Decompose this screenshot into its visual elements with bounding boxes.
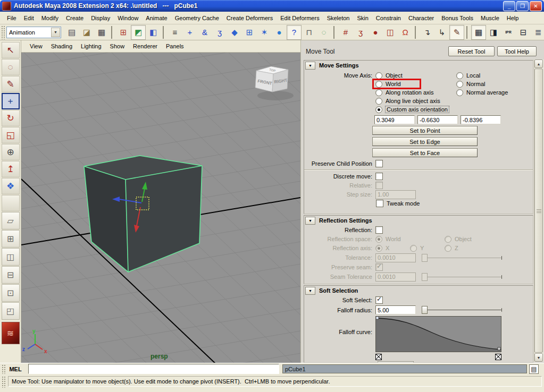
hypergraph-persp-layout[interactable]: ⊡ (2, 284, 20, 302)
soft-modification-tool[interactable]: ↥ (2, 161, 20, 177)
outliner-persp-layout[interactable]: ◫ (2, 248, 20, 266)
tweak-mode-checkbox[interactable] (376, 200, 383, 207)
menu-file[interactable]: File (3, 13, 20, 23)
discrete-move-checkbox[interactable] (375, 173, 383, 180)
four-pane-layout[interactable]: ⊞ (2, 230, 20, 248)
viewport-menu-lighting[interactable]: Lighting (77, 42, 106, 50)
maya-logo[interactable]: ≋ (2, 322, 20, 344)
scrollbar-thumb[interactable] (534, 69, 543, 353)
menu-bonus-tools[interactable]: Bonus Tools (438, 13, 477, 23)
menu-animate[interactable]: Animate (142, 13, 171, 23)
collapse-reflection-settings-button[interactable]: ▼ (305, 217, 315, 225)
set-to-edge-button[interactable]: Set to Edge (372, 137, 478, 146)
mel-command-input[interactable] (28, 364, 279, 374)
minimize-button[interactable]: _ (503, 1, 515, 11)
move-tool[interactable]: + (2, 93, 20, 109)
new-scene-icon[interactable]: ▤ (64, 25, 79, 40)
mask-rendering-icon[interactable]: ● (272, 25, 287, 40)
falloff-curve-graph[interactable] (375, 316, 501, 352)
viewport-menu-show[interactable]: Show (106, 42, 129, 50)
highlight-selection-icon[interactable]: ◌ (316, 25, 331, 40)
mask-points-icon[interactable]: + (182, 25, 197, 40)
menu-edit-deformers[interactable]: Edit Deformers (277, 13, 323, 23)
close-button[interactable]: ✕ (530, 1, 542, 11)
select-object-icon[interactable]: ◩ (131, 25, 146, 40)
output-connections-icon[interactable]: ↳ (434, 25, 449, 40)
persp-hypershade-layout[interactable]: ◰ (2, 302, 20, 320)
viewport-menu-panels[interactable]: Panels (162, 42, 188, 50)
falloff-radius-slider[interactable] (422, 306, 502, 314)
persp-graph-layout[interactable]: ⊟ (2, 266, 20, 284)
help-line-grip[interactable] (2, 376, 6, 388)
paint-select-tool[interactable]: ✎ (2, 76, 20, 92)
move-axis-along-rotation-axis-radio[interactable]: Along rotation axis (375, 88, 456, 97)
open-scene-icon[interactable]: ◪ (79, 25, 94, 40)
select-hierarchy-icon[interactable]: ⊞ (116, 25, 131, 40)
move-axis-local-radio[interactable]: Local (456, 71, 508, 80)
command-line-grip[interactable] (2, 364, 5, 374)
mask-miscellaneous-icon[interactable]: ? (287, 25, 302, 40)
snap-to-curves-icon[interactable]: ʒ (353, 25, 368, 40)
render-settings-icon[interactable]: ⊟ (516, 25, 531, 40)
ipr-render-icon[interactable]: IPR (501, 25, 516, 40)
scale-tool[interactable]: ◱ (2, 127, 20, 143)
panel-scrollbar[interactable]: ▲ ▼ (534, 59, 543, 362)
viewport-menu-shading[interactable]: Shading (47, 42, 77, 50)
snap-to-view-planes-icon[interactable]: ◫ (383, 25, 398, 40)
restore-button[interactable]: ❐ (516, 1, 529, 11)
collapse-soft-selection-button[interactable]: ▼ (305, 287, 315, 295)
menu-help[interactable]: Help (503, 13, 523, 23)
scroll-up-button[interactable]: ▲ (534, 59, 543, 68)
tool-help-button[interactable]: Tool Help (497, 46, 537, 56)
universal-manipulator-tool[interactable]: ⊕ (2, 144, 20, 160)
mel-label[interactable]: MEL (7, 366, 24, 372)
snap-to-grids-icon[interactable]: # (338, 25, 353, 40)
rotate-tool[interactable]: ↻ (2, 110, 20, 126)
menu-create[interactable]: Create (62, 13, 87, 23)
last-tool[interactable] (2, 195, 20, 211)
falloff-radius-field[interactable] (375, 305, 416, 314)
render-view-icon[interactable]: ▦ (471, 25, 486, 40)
move-axis-normal-radio[interactable]: Normal (456, 80, 508, 88)
menu-window[interactable]: Window (114, 13, 142, 23)
mask-dynamics-icon[interactable]: ✶ (257, 25, 272, 40)
reset-tool-button[interactable]: Reset Tool (448, 46, 495, 56)
menu-character[interactable]: Character (405, 13, 438, 23)
title-bar[interactable]: Autodesk Maya 2008 Extension 2 x64: .\un… (0, 0, 544, 12)
construction-history-icon[interactable]: ✎ (449, 25, 464, 40)
curve-key-end-handle[interactable] (495, 354, 501, 360)
custom-axis-value-2[interactable] (461, 115, 501, 124)
select-tool[interactable]: ↖ (2, 42, 20, 58)
mask-surfaces-icon[interactable]: ◆ (227, 25, 242, 40)
render-current-frame-icon[interactable]: ◨ (486, 25, 501, 40)
perspective-view[interactable]: FRONT RIGHT TOP y z x persp (21, 53, 300, 363)
menu-skeleton[interactable]: Skeleton (323, 13, 354, 23)
menu-modify[interactable]: Modify (38, 13, 62, 23)
attribute-editor-icon[interactable]: ≣ (531, 25, 544, 40)
menu-create-deformers[interactable]: Create Deformers (223, 13, 277, 23)
custom-axis-value-0[interactable] (374, 115, 415, 124)
soft-select-checkbox[interactable] (375, 296, 383, 304)
select-component-icon[interactable]: ◧ (146, 25, 161, 40)
menu-constrain[interactable]: Constrain (372, 13, 405, 23)
make-live-icon[interactable]: Ω (398, 25, 413, 40)
mel-result-field[interactable]: pCube1 (282, 364, 527, 373)
input-connections-icon[interactable]: ↴ (420, 25, 434, 40)
move-axis-world-radio[interactable]: World (375, 80, 456, 88)
move-axis-custom-axis-orientation-radio[interactable]: Custom axis orientation (375, 105, 456, 114)
menu-set-selector[interactable]: Animation ▼ (6, 27, 61, 38)
lasso-select-tool[interactable]: ◌ (2, 59, 20, 75)
single-pane-layout[interactable]: ▱ (2, 212, 20, 229)
custom-axis-value-1[interactable] (417, 115, 458, 124)
menu-geometry-cache[interactable]: Geometry Cache (171, 13, 223, 23)
move-axis-normal-average-radio[interactable]: Normal average (456, 88, 508, 97)
scroll-down-button[interactable]: ▼ (534, 353, 543, 362)
menu-display[interactable]: Display (87, 13, 114, 23)
viewport-menu-renderer[interactable]: Renderer (129, 42, 162, 50)
save-scene-icon[interactable]: ▦ (94, 25, 109, 40)
menu-skin[interactable]: Skin (353, 13, 372, 23)
menu-muscle[interactable]: Muscle (477, 13, 503, 23)
toolbar-grip[interactable] (1, 25, 5, 39)
move-axis-along-live-object-axis-radio[interactable]: Along live object axis (375, 97, 456, 105)
viewport-canvas[interactable]: FRONT RIGHT TOP y z x persp (21, 53, 300, 363)
